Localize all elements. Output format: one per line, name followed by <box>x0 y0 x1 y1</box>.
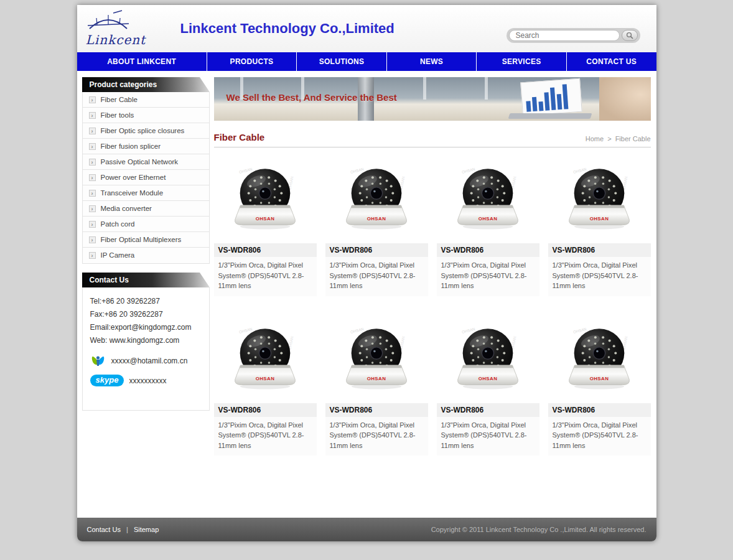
chevron-right-icon: › <box>89 205 96 212</box>
banner-window-frame <box>485 77 488 100</box>
chevron-right-icon: › <box>89 159 96 166</box>
logo[interactable]: Linkcent <box>77 10 159 47</box>
copyright-text: Copyright © 2011 Linkcent Technology Co … <box>431 526 647 533</box>
nav-item-services[interactable]: SERVICES <box>477 52 567 71</box>
product-categories-header: Product categories <box>82 77 210 92</box>
footer-link-sitemap[interactable]: Sitemap <box>134 526 159 533</box>
sidebar-item-splice-closures[interactable]: ›Fiber Optic splice closures <box>83 123 209 139</box>
footer-link-contact-us[interactable]: Contact Us <box>87 526 121 533</box>
product-image[interactable] <box>214 317 317 403</box>
dome-camera-image <box>558 325 640 396</box>
chevron-right-icon: › <box>89 236 96 243</box>
product-name[interactable]: VS-WDR806 <box>437 243 539 257</box>
dome-camera-image <box>558 165 640 236</box>
msn-icon <box>90 353 106 368</box>
banner-hand <box>599 77 651 121</box>
breadcrumb-home[interactable]: Home <box>586 135 604 142</box>
product-image[interactable] <box>437 317 539 403</box>
product-card[interactable]: VS-WDR806 1/3"Pixim Orca, Digital Pixel … <box>325 157 428 296</box>
nav-item-news[interactable]: NEWS <box>387 52 477 71</box>
sidebar-item-transceiver-module[interactable]: ›Transceiver Module <box>83 185 209 201</box>
sidebar-item-fiber-tools[interactable]: ›Fiber tools <box>83 108 209 123</box>
product-image[interactable] <box>214 157 317 243</box>
banner-chart-graphic <box>520 78 582 116</box>
footer-separator: | <box>126 526 128 533</box>
dome-camera-image <box>335 325 418 396</box>
product-image[interactable] <box>325 317 428 403</box>
sidebar-item-passive-optical-network[interactable]: ›Passive Optical Network <box>83 154 209 170</box>
nav-item-solutions[interactable]: SOLUTIONS <box>297 52 387 71</box>
main-column: We Sell the Best, And Service the Best F… <box>214 77 651 455</box>
skype-row: skype xxxxxxxxxx <box>90 375 203 386</box>
product-card[interactable]: VS-WDR806 1/3"Pixim Orca, Digital Pixel … <box>548 157 651 296</box>
dome-camera-image <box>224 165 306 236</box>
footer: Contact Us | Sitemap Copyright © 2011 Li… <box>77 518 656 541</box>
product-description: 1/3"Pixim Orca, Digital Pixel System® (D… <box>548 417 651 456</box>
product-card[interactable]: VS-WDR806 1/3"Pixim Orca, Digital Pixel … <box>214 317 317 456</box>
footer-links: Contact Us | Sitemap <box>87 526 159 533</box>
sidebar: Product categories ›Fiber Cable ›Fiber t… <box>82 77 210 411</box>
section-title-row: Fiber Cable Home > Fiber Cable <box>214 132 651 147</box>
product-name[interactable]: VS-WDR806 <box>214 243 317 257</box>
product-card[interactable]: VS-WDR806 1/3"Pixim Orca, Digital Pixel … <box>548 317 651 456</box>
contact-info: Tel:+86 20 39262287 Fax:+86 20 39262287 … <box>82 287 210 411</box>
sidebar-item-media-converter[interactable]: ›Media converter <box>83 201 209 217</box>
contact-fax: Fax:+86 20 39262287 <box>90 308 203 321</box>
dome-camera-image <box>447 165 529 236</box>
search-button[interactable] <box>622 30 638 41</box>
msn-address: xxxxx@hotamil.com.cn <box>111 357 188 365</box>
nav-item-about[interactable]: ABOUT LINKCENT <box>77 52 207 71</box>
nav-item-products[interactable]: PRODUCTS <box>207 52 297 71</box>
contact-tel: Tel:+86 20 39262287 <box>90 295 203 308</box>
product-description: 1/3"Pixim Orca, Digital Pixel System® (D… <box>437 257 539 296</box>
product-card[interactable]: VS-WDR806 1/3"Pixim Orca, Digital Pixel … <box>214 157 317 296</box>
product-name[interactable]: VS-WDR806 <box>325 243 428 257</box>
bridge-logo-icon <box>86 10 131 31</box>
product-name[interactable]: VS-WDR806 <box>325 403 428 417</box>
sidebar-item-optical-multiplexers[interactable]: ›Fiber Optical Multiplexers <box>83 232 209 248</box>
product-description: 1/3"Pixim Orca, Digital Pixel System® (D… <box>325 257 428 296</box>
content-area: Product categories ›Fiber Cable ›Fiber t… <box>77 71 656 506</box>
product-grid: VS-WDR806 1/3"Pixim Orca, Digital Pixel … <box>214 157 651 455</box>
contact-email: Email:export@kingdomgz.com <box>90 321 203 334</box>
product-name[interactable]: VS-WDR806 <box>548 243 651 257</box>
product-image[interactable] <box>548 317 651 403</box>
product-description: 1/3"Pixim Orca, Digital Pixel System® (D… <box>214 417 317 456</box>
sidebar-item-fiber-cable[interactable]: ›Fiber Cable <box>83 92 209 108</box>
chevron-right-icon: › <box>89 252 96 259</box>
contact-us-header: Contact Us <box>82 273 210 287</box>
product-image[interactable] <box>437 157 539 243</box>
chevron-right-icon: › <box>89 174 96 181</box>
nav-item-contact[interactable]: CONTACT US <box>567 52 656 71</box>
sidebar-item-patch-cord[interactable]: ›Patch cord <box>83 217 209 232</box>
sidebar-item-fusion-splicer[interactable]: ›Fiber fusion splicer <box>83 139 209 154</box>
msn-row: xxxxx@hotamil.com.cn <box>90 353 203 368</box>
search-icon <box>626 32 633 39</box>
contact-us-block: Contact Us Tel:+86 20 39262287 Fax:+86 2… <box>82 273 210 411</box>
breadcrumb-current: Fiber Cable <box>615 135 651 142</box>
product-card[interactable]: VS-WDR806 1/3"Pixim Orca, Digital Pixel … <box>437 317 539 456</box>
breadcrumb: Home > Fiber Cable <box>586 135 651 142</box>
product-description: 1/3"Pixim Orca, Digital Pixel System® (D… <box>214 257 317 296</box>
skype-id: xxxxxxxxxx <box>129 376 166 385</box>
product-card[interactable]: VS-WDR806 1/3"Pixim Orca, Digital Pixel … <box>437 157 539 296</box>
product-card[interactable]: VS-WDR806 1/3"Pixim Orca, Digital Pixel … <box>325 317 428 456</box>
chevron-right-icon: › <box>89 112 96 119</box>
main-nav: ABOUT LINKCENT PRODUCTS SOLUTIONS NEWS S… <box>77 52 656 71</box>
page-title: Fiber Cable <box>214 132 265 142</box>
contact-web: Web: www.kingdomgz.com <box>90 334 203 347</box>
banner-image: We Sell the Best, And Service the Best <box>214 77 651 121</box>
product-image[interactable] <box>325 157 428 243</box>
product-name[interactable]: VS-WDR806 <box>214 403 317 417</box>
banner-laptop <box>508 113 592 119</box>
sidebar-item-power-over-ethernet[interactable]: ›Power over Ethernet <box>83 170 209 185</box>
chevron-right-icon: › <box>89 96 96 103</box>
sidebar-item-ip-camera[interactable]: ›IP Camera <box>83 248 209 263</box>
chevron-right-icon: › <box>89 128 96 134</box>
search-input[interactable] <box>509 30 620 41</box>
product-name[interactable]: VS-WDR806 <box>548 403 651 417</box>
banner-slogan: We Sell the Best, And Service the Best <box>226 92 397 103</box>
product-image[interactable] <box>548 157 651 243</box>
product-description: 1/3"Pixim Orca, Digital Pixel System® (D… <box>325 417 428 456</box>
product-name[interactable]: VS-WDR806 <box>437 403 539 417</box>
